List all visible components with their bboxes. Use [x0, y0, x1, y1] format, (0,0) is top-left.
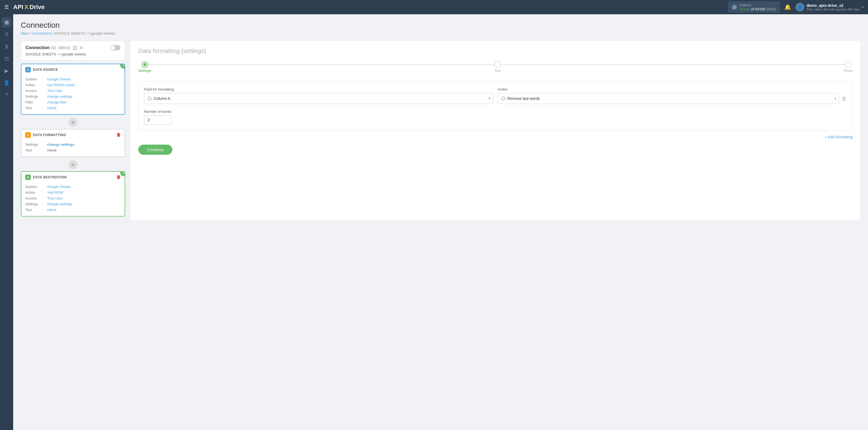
dest-access[interactable]: Tina User — [47, 196, 63, 200]
step-label-test: Test — [495, 69, 500, 73]
sidebar-item-account[interactable]: 👤 — [2, 78, 11, 88]
step-circle-settings — [142, 61, 148, 68]
field-select-wrapper: Column A ▾ — [144, 93, 493, 104]
steps: Settings Test Finish — [138, 61, 852, 73]
list-item: Test check — [25, 105, 121, 111]
step-test: Test — [494, 61, 501, 73]
list-item: System Google Sheets — [25, 76, 121, 82]
delete-formatting-icon[interactable]: 🗑 — [116, 132, 121, 137]
select-circle-icon — [148, 97, 152, 100]
block-rows-formatting: Settings change settings Test check — [22, 141, 125, 156]
source-filter[interactable]: change filter — [47, 100, 67, 104]
actions-count: Actions: 25'161 of 50'000 (50%) — [739, 3, 776, 11]
field-for-formatting-group: Field for formatting Column A ▾ — [144, 87, 493, 104]
breadcrumb-main[interactable]: Main — [21, 31, 29, 35]
chevron-down-icon: ▾ — [835, 97, 836, 100]
source-system[interactable]: Google Sheets — [47, 77, 71, 81]
dest-settings[interactable]: change settings — [47, 202, 72, 206]
section-title: Data formatting (settings) — [138, 48, 852, 55]
breadcrumb-current: GOOGLE SHEETS -> (google sheets) — [54, 31, 115, 35]
sidebar-item-help[interactable]: ? — [2, 90, 11, 100]
formatting-test: check — [47, 148, 57, 152]
action-value: Remove last words — [507, 96, 540, 101]
connection-toggle[interactable] — [110, 45, 121, 51]
list-item: Access Tina User — [25, 88, 121, 94]
notification-bell-icon[interactable]: 🔔 — [784, 4, 791, 10]
dest-action[interactable]: Add ROW — [47, 190, 63, 194]
step-finish: Finish — [844, 61, 852, 73]
block-rows-destination: System Google Sheets Action Add ROW Acce… — [22, 183, 125, 216]
block-rows-source: System Google Sheets Action Get ROWS (ne… — [22, 75, 125, 114]
right-panel: Data formatting (settings) Settings Test — [131, 41, 860, 220]
main-content: Connection Main / Connections / GOOGLE S… — [13, 14, 868, 430]
delete-destination-icon[interactable]: 🗑 — [116, 175, 121, 180]
block-data-formatting: 2 DATA FORMATTING 🗑 Settings change sett… — [21, 129, 125, 157]
gear-icon[interactable]: ⚙ — [79, 45, 83, 50]
list-item: Test check — [25, 147, 121, 153]
list-item: Access Tina User — [25, 195, 121, 201]
block-header-source: 1 DATA SOURCE — [22, 64, 125, 75]
step-label-settings: Settings — [138, 69, 151, 73]
source-test[interactable]: check — [47, 106, 57, 110]
logo: APIXDrive — [13, 4, 44, 11]
field-value: Column A — [154, 96, 170, 101]
dest-test[interactable]: check — [47, 208, 57, 212]
field-select[interactable]: Column A ▾ — [144, 93, 493, 104]
username: demo_apix-drive_s2 — [807, 3, 860, 8]
words-label: Number of words — [144, 110, 847, 114]
list-item: System Google Sheets — [25, 184, 121, 190]
block-num-2: 2 — [25, 132, 31, 138]
breadcrumb-connections[interactable]: Connections — [32, 31, 51, 35]
copy-icon[interactable]: 📋 — [72, 45, 77, 50]
list-item: Action Get ROWS (new) — [25, 82, 121, 88]
sidebar-item-templates[interactable]: ⊡ — [2, 54, 11, 64]
list-item: Action Add ROW — [25, 190, 121, 195]
action-label: Action — [498, 87, 847, 91]
plan-info: Plan | Start | left until payment 359 da… — [807, 8, 860, 11]
formatting-form-row: Field for formatting Column A ▾ — [144, 87, 847, 104]
list-item: Filter change filter — [25, 99, 121, 105]
logo-text-api: API — [13, 4, 23, 11]
source-settings[interactable]: change settings — [47, 94, 72, 98]
block-header-formatting: 2 DATA FORMATTING 🗑 — [22, 129, 125, 141]
block-num-3: 3 — [25, 175, 31, 180]
breadcrumb: Main / Connections / GOOGLE SHEETS -> (g… — [21, 31, 860, 35]
chevron-down-icon[interactable]: ▾ — [862, 5, 864, 9]
page-title: Connection — [21, 21, 860, 30]
connection-title: Connection (ID: 38910) — [26, 45, 70, 50]
block-num-1: 1 — [25, 67, 31, 72]
step-settings: Settings — [138, 61, 151, 73]
add-block-button-2[interactable]: + — [69, 160, 78, 169]
delete-row-icon[interactable]: 🗑 — [841, 94, 847, 104]
number-of-words-group: Number of words — [144, 110, 847, 125]
field-for-formatting-label: Field for formatting — [144, 87, 493, 91]
sidebar-item-billing[interactable]: $ — [2, 42, 11, 52]
action-group: Action Remove last words ▾ 🗑 — [498, 87, 847, 104]
sidebar-item-video[interactable]: ▶ — [2, 66, 11, 76]
action-select[interactable]: Remove last words ▾ — [498, 93, 839, 104]
number-of-words-input[interactable] — [144, 115, 172, 125]
user-area: 👤 demo_apix-drive_s2 Plan | Start | left… — [796, 3, 864, 11]
block-header-destination: 3 DATA DESTINATION 🗑 — [22, 172, 125, 183]
block-data-destination: ✓ 3 DATA DESTINATION 🗑 System Google She… — [21, 171, 125, 216]
source-action[interactable]: Get ROWS (new) — [47, 83, 75, 87]
continue-button[interactable]: Continue — [138, 145, 172, 155]
formatting-settings[interactable]: change settings — [47, 143, 74, 147]
connection-subtitle: GOOGLE SHEETS -> (google sheets) — [26, 52, 121, 56]
menu-icon[interactable]: ☰ — [4, 4, 9, 10]
topnav: ☰ APIXDrive i Actions: 25'161 of 50'000 … — [0, 0, 868, 14]
list-item: Settings change settings — [25, 142, 121, 147]
step-circle-test — [494, 61, 501, 68]
info-icon: i — [732, 4, 737, 10]
source-access[interactable]: Tina User — [47, 89, 63, 93]
block-data-source: ✓ 1 DATA SOURCE System Google Sheets Act… — [21, 64, 125, 115]
logo-text-drive: Drive — [29, 4, 44, 11]
list-item: Test check — [25, 207, 121, 213]
add-block-button-1[interactable]: + — [69, 118, 78, 127]
sidebar-item-connections[interactable]: ⠿ — [2, 30, 11, 39]
sidebar-item-home[interactable]: ⊞ — [2, 18, 11, 27]
add-formatting-link[interactable]: + Add formatting — [138, 135, 852, 139]
left-panel: Connection (ID: 38910) 📋 ⚙ GOOGLE SHEETS… — [21, 41, 125, 220]
chevron-down-icon: ▾ — [489, 97, 490, 100]
dest-system[interactable]: Google Sheets — [47, 185, 71, 189]
